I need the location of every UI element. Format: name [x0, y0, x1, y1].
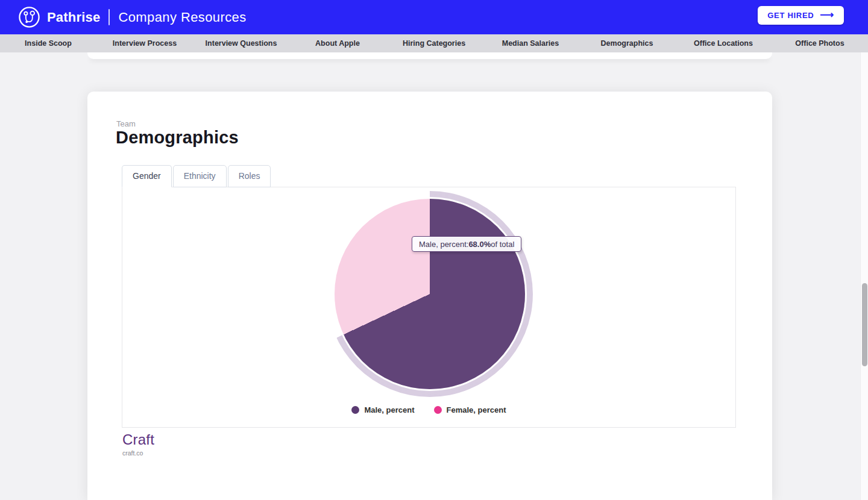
female-legend-dot-icon [434, 406, 442, 414]
nav-item-office-photos[interactable]: Office Photos [772, 34, 868, 52]
scrollbar-track[interactable] [860, 52, 868, 500]
gender-pie-chart[interactable] [335, 199, 525, 389]
tab-gender[interactable]: Gender [122, 165, 172, 187]
demographics-card: Team Demographics Gender Ethnicity Roles… [87, 92, 772, 500]
nav-item-interview-questions[interactable]: Interview Questions [193, 34, 289, 52]
brand-name: Pathrise [47, 10, 100, 25]
page-title: Demographics [116, 128, 239, 148]
nav-item-about-apple[interactable]: About Apple [289, 34, 386, 52]
right-arrow-icon: ⟶ [820, 10, 834, 20]
nav-item-demographics[interactable]: Demographics [579, 34, 675, 52]
demographics-tab-bar: Gender Ethnicity Roles [122, 165, 271, 187]
previous-card-bottom [87, 52, 772, 59]
tooltip-label: Male, percent: [419, 240, 468, 249]
gender-chart-panel: Male, percent: 68.0% of total Male, perc… [122, 187, 736, 428]
section-nav: Inside Scoop Interview Process Interview… [0, 34, 868, 52]
tooltip-value: 68.0% [468, 240, 491, 249]
legend-item-female[interactable]: Female, percent [434, 405, 506, 414]
tab-ethnicity[interactable]: Ethnicity [173, 165, 227, 187]
chart-legend: Male, percent Female, percent [122, 405, 735, 414]
nav-item-office-locations[interactable]: Office Locations [675, 34, 772, 52]
get-hired-button[interactable]: GET HIRED ⟶ [758, 6, 844, 25]
header-subtitle: Company Resources [118, 10, 246, 25]
craft-logo[interactable]: Craft [122, 432, 154, 448]
legend-label-male: Male, percent [364, 405, 414, 414]
nav-item-interview-process[interactable]: Interview Process [96, 34, 193, 52]
pathrise-logo-icon [18, 6, 40, 28]
nav-item-hiring-categories[interactable]: Hiring Categories [386, 34, 482, 52]
male-legend-dot-icon [351, 406, 359, 414]
tooltip-suffix: of total [491, 240, 514, 249]
brand-logo-group[interactable]: Pathrise Company Resources [18, 6, 247, 28]
app-header: Pathrise Company Resources GET HIRED ⟶ [0, 0, 868, 34]
nav-item-inside-scoop[interactable]: Inside Scoop [0, 34, 96, 52]
chart-tooltip: Male, percent: 68.0% of total [412, 236, 521, 252]
scrollbar-thumb[interactable] [862, 283, 867, 366]
craft-attribution: Craft craft.co [122, 432, 154, 457]
tab-roles[interactable]: Roles [228, 165, 271, 187]
nav-item-median-salaries[interactable]: Median Salaries [482, 34, 579, 52]
get-hired-label: GET HIRED [767, 11, 814, 20]
legend-label-female: Female, percent [447, 405, 506, 414]
craft-domain: craft.co [122, 449, 154, 457]
legend-item-male[interactable]: Male, percent [351, 405, 414, 414]
brand-divider [108, 9, 110, 25]
card-eyebrow: Team [116, 119, 136, 128]
